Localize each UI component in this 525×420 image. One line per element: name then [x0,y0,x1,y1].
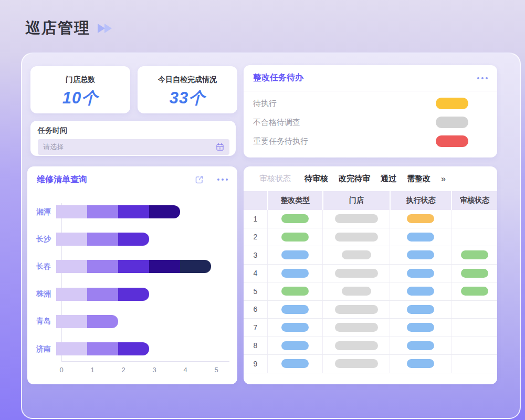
page-header: 巡店管理 [25,18,112,39]
table-row[interactable]: 5 [244,282,497,301]
chart-bar-segment [87,288,118,301]
table-row[interactable]: 2 [244,228,497,247]
date-picker-placeholder: 请选择 [43,142,64,152]
table-cell [451,210,497,228]
chart-row: 株洲 [27,288,149,301]
chart-bar-segment [118,205,149,218]
status-pill [335,214,378,223]
filter-option[interactable]: 需整改 [407,174,430,184]
task-time-label: 任务时间 [30,121,236,135]
table-row[interactable]: 7 [244,319,497,337]
chart-row: 长沙 [27,233,149,246]
chart-bar [56,342,149,355]
chart-category-label: 济南 [27,344,56,354]
chart-x-tick-label: 2 [121,366,125,374]
chart-x-tick-label: 3 [152,366,156,374]
row-number-cell: 6 [244,301,267,319]
row-number-cell: 9 [244,355,267,373]
chart-bar-segment [149,260,180,273]
table-row[interactable]: 4 [244,265,497,283]
status-pill [461,250,488,259]
table-cell [390,210,451,228]
chart-bar-segment [180,260,211,273]
table-header-cell [244,191,267,210]
stat-label: 门店总数 [30,75,130,85]
repair-panel-title: 维修清单查询 [37,174,87,185]
table-cell [322,355,390,373]
status-pill [436,135,468,147]
table-row[interactable]: 1 [244,210,497,228]
review-filter-row: 审核状态 待审核改完待审通过需整改 » [244,166,497,191]
date-picker-input[interactable]: 请选择 [38,139,229,155]
status-pill [407,323,434,332]
stat-value: 10个 [30,87,130,109]
todo-item[interactable]: 待执行 [244,94,497,113]
table-row[interactable]: 6 [244,301,497,319]
status-pill [461,269,488,278]
table-cell [322,282,390,300]
todo-item[interactable]: 重要任务待执行 [244,132,497,151]
table-header-cell: 整改类型 [267,191,322,210]
page-title: 巡店管理 [25,18,90,39]
chart-bar-segment [118,342,149,355]
table-header-cell: 执行状态 [390,191,451,210]
table-cell [451,265,497,282]
filter-option[interactable]: 改完待审 [339,174,370,184]
chart-x-axis [61,361,229,362]
status-pill [281,359,309,368]
status-pill [342,250,371,259]
filter-option[interactable]: 待审核 [304,174,328,184]
status-pill [281,287,309,296]
todo-item[interactable]: 不合格待调查 [244,113,497,132]
chart-category-label: 长沙 [27,235,56,244]
status-pill [281,341,309,350]
table-row[interactable]: 8 [244,337,497,355]
table-row[interactable]: 9 [244,355,497,373]
status-pill [436,98,468,109]
chart-bar-segment [87,315,118,328]
table-cell [322,265,390,282]
chart-bar [56,288,149,301]
chart-category-label: 株洲 [27,289,56,299]
status-pill [281,250,309,259]
filter-option[interactable]: 通过 [381,174,396,184]
table-cell [267,355,322,373]
repair-panel-header: 维修清单查询 [27,166,237,193]
row-number-cell: 4 [244,265,267,282]
table-cell [322,246,390,264]
table-cell [390,265,451,282]
table-header-cell: 门店 [322,191,390,210]
todo-panel: 整改任务待办 待执行不合格待调查重要任务待执行 [244,65,497,158]
chart-bar-segment [87,260,118,273]
table-cell [451,246,497,264]
status-pill [335,305,378,314]
ellipsis-menu-icon[interactable] [475,77,488,79]
table-row[interactable]: 3 [244,246,497,265]
table-cell [451,337,497,355]
chart-x-tick-label: 1 [90,366,94,374]
table-cell [451,301,497,319]
calendar-icon [216,143,224,151]
stacked-bar-chart: 湘潭长沙长春株洲青岛济南 012345 [27,203,237,376]
chart-bar [56,260,211,273]
todo-item-label: 待执行 [253,99,277,109]
status-pill [335,233,378,242]
chart-bar-segment [118,233,149,246]
status-pill [335,341,378,350]
double-play-icon [98,24,112,33]
table-cell [267,337,322,355]
filter-more-chevron[interactable]: » [441,174,446,184]
chart-category-label: 青岛 [27,317,56,326]
chart-bar [56,205,180,218]
filter-label: 审核状态 [259,174,291,184]
table-header-row: 整改类型门店执行状态审核状态 [244,191,497,210]
table-cell [267,246,322,264]
todo-panel-header: 整改任务待办 [244,65,497,91]
chart-bar-segment [87,233,118,246]
chart-category-label: 湘潭 [27,207,56,217]
share-export-icon[interactable] [194,174,205,185]
status-pill [281,214,309,223]
main-panel: 门店总数 10个 今日自检完成情况 33个 整改任务待办 待执行不合格待调查重要… [21,52,521,419]
ellipsis-menu-icon[interactable] [215,178,228,181]
chart-x-tick-label: 0 [59,366,63,374]
